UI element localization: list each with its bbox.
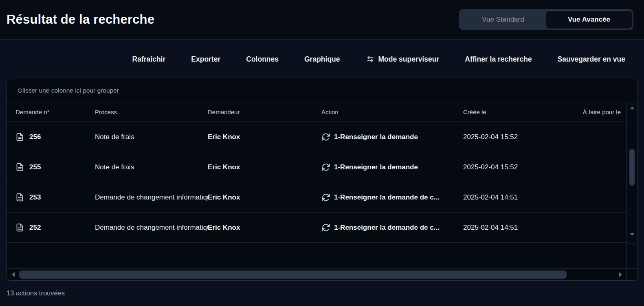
process-cell: Demande de changement informatique [95, 224, 208, 232]
sync-action-icon [321, 223, 330, 232]
document-icon [15, 222, 24, 233]
empty-grid-space [7, 243, 626, 268]
sync-action-icon [321, 133, 330, 142]
process-cell: Note de frais [95, 163, 208, 171]
vertical-scrollbar-thumb[interactable] [629, 149, 635, 186]
swap-arrows-icon [366, 55, 375, 64]
scroll-up-arrow-icon[interactable] [630, 106, 635, 109]
scroll-left-arrow-icon[interactable] [7, 272, 19, 277]
vertical-scrollbar[interactable] [626, 102, 637, 268]
result-count-label: 13 actions trouvées [7, 289, 65, 297]
grid-body: Demande n° Process Demandeur Action Créé… [7, 102, 637, 268]
save-as-view-button[interactable]: Sauvegarder en vue [558, 55, 625, 64]
supervisor-mode-label: Mode superviseur [378, 55, 440, 64]
document-icon [15, 162, 24, 172]
column-header-action[interactable]: Action [321, 109, 463, 115]
created-date-cell: 2025-02-04 15:52 [463, 163, 559, 171]
columns-button[interactable]: Colonnes [246, 55, 279, 64]
requester-cell: Eric Knox [208, 133, 321, 141]
action-cell: 1-Renseigner la demande de c... [334, 193, 440, 202]
grid-main: Demande n° Process Demandeur Action Créé… [7, 102, 626, 268]
chart-label: Graphique [304, 55, 340, 64]
horizontal-scrollbar-thumb[interactable] [19, 271, 567, 279]
status-bar: 13 actions trouvées [0, 281, 644, 305]
sync-action-icon [321, 163, 330, 172]
refine-search-label: Affiner la recherche [465, 55, 532, 64]
view-advanced-button[interactable]: Vue Avancée [546, 10, 632, 29]
export-label: Exporter [191, 55, 220, 64]
horizontal-scrollbar[interactable] [7, 268, 637, 280]
created-date-cell: 2025-02-04 14:51 [463, 224, 559, 232]
toolbar: Rafraîchir Exporter Colonnes Graphique M… [0, 40, 644, 79]
column-header-creee-le[interactable]: Créée le [463, 109, 559, 115]
action-cell: 1-Renseigner la demande [334, 163, 418, 171]
refresh-button[interactable]: Rafraîchir [132, 55, 166, 64]
request-number: 255 [29, 163, 41, 171]
scroll-down-arrow-icon[interactable] [630, 233, 635, 236]
requester-cell: Eric Knox [208, 193, 321, 202]
view-standard-button[interactable]: Vue Standard [460, 10, 546, 29]
document-icon [15, 132, 24, 142]
view-mode-toggle: Vue Standard Vue Avancée [459, 9, 633, 30]
group-hint-label: Glisser une colonne ici pour grouper [18, 87, 119, 94]
process-cell: Note de frais [95, 133, 208, 141]
chart-button[interactable]: Graphique [304, 55, 340, 64]
column-header-demandeur[interactable]: Demandeur [208, 109, 321, 115]
results-grid: Glisser une colonne ici pour grouper Dem… [7, 79, 637, 281]
sync-action-icon [321, 193, 330, 202]
scrollbar-separator [627, 243, 637, 244]
column-header-a-faire-pour-le[interactable]: À faire pour le [559, 109, 626, 115]
column-header-demande[interactable]: Demande n° [7, 109, 95, 115]
requester-cell: Eric Knox [208, 163, 321, 171]
refine-search-button[interactable]: Affiner la recherche [465, 55, 532, 64]
request-number: 252 [29, 224, 41, 232]
page-title: Résultat de la recherche [7, 12, 154, 27]
table-row[interactable]: 252Demande de changement informatiqueEri… [7, 213, 626, 243]
group-by-dropzone[interactable]: Glisser une colonne ici pour grouper [7, 79, 637, 102]
title-bar: Résultat de la recherche Vue Standard Vu… [0, 0, 644, 40]
process-cell: Demande de changement informatique [95, 193, 208, 202]
refresh-label: Rafraîchir [132, 55, 166, 64]
action-cell: 1-Renseigner la demande [334, 133, 418, 141]
save-as-view-label: Sauvegarder en vue [558, 55, 625, 64]
action-cell: 1-Renseigner la demande de c... [334, 224, 440, 232]
requester-cell: Eric Knox [208, 224, 321, 232]
table-row[interactable]: 253Demande de changement informatiqueEri… [7, 182, 626, 213]
request-number: 253 [29, 193, 41, 202]
supervisor-mode-button[interactable]: Mode superviseur [366, 55, 440, 64]
horizontal-scrollbar-track[interactable] [19, 269, 614, 280]
table-row[interactable]: 255Note de fraisEric Knox 1-Renseigner l… [7, 152, 626, 182]
table-row[interactable]: 256Note de fraisEric Knox 1-Renseigner l… [7, 122, 626, 152]
export-button[interactable]: Exporter [191, 55, 220, 64]
created-date-cell: 2025-02-04 14:51 [463, 193, 559, 202]
column-header-process[interactable]: Process [95, 109, 208, 115]
document-icon [15, 192, 24, 202]
table-header-row: Demande n° Process Demandeur Action Créé… [7, 102, 626, 122]
scrollbar-corner [626, 269, 637, 280]
scroll-right-arrow-icon[interactable] [614, 272, 626, 277]
columns-label: Colonnes [246, 55, 279, 64]
created-date-cell: 2025-02-04 15:52 [463, 133, 559, 141]
request-number: 256 [29, 133, 41, 141]
